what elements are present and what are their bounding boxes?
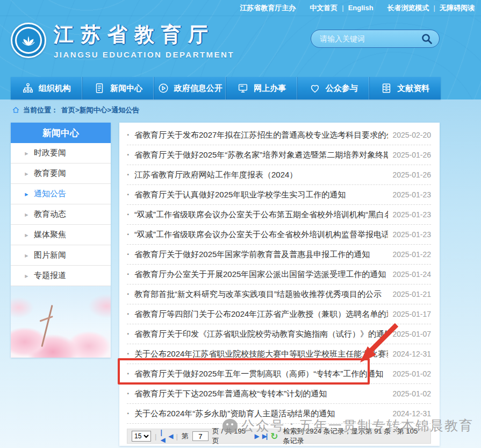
sidebar-item[interactable]: ▶媒体聚焦 [11,225,111,245]
notice-date: 2025-01-17 [388,310,431,318]
notice-date: 2025-01-23 [388,230,431,239]
first-page-button[interactable]: |◀ [160,429,164,444]
org-chart-icon [22,82,34,94]
bullet-dot: · [127,190,134,200]
accessibility-link[interactable]: 无障碍阅读 [440,3,475,13]
nav-item-org-chart[interactable]: 组织机构 [11,77,83,99]
notice-row[interactable]: ·“双减”工作省级联席会议办公室关于公布全省校外培训机构监督举报电话的公...2… [127,225,431,245]
notice-row[interactable]: ·省教育厅关于做好2025年“苏教名家”培养对象遴选暨第二期培养对象终期...2… [127,145,431,165]
next-page-button[interactable]: ▶ [254,432,258,440]
page-suffix-label: 页 / 共 195 页 [212,426,251,446]
triangle-bullet-icon: ▶ [25,151,28,155]
notice-title-link[interactable]: 省教育厅关于做好2025年“苏教名家”培养对象遴选暨第二期培养对象终期... [134,150,388,160]
notice-row[interactable]: ·省教育厅关于印发《江苏省职业院校劳动教育实施指南（试行）》的通知2025-01… [127,324,431,344]
notice-date: 2025-02-20 [388,131,431,139]
sidebar-item-label: 通知公告 [34,189,66,199]
bullet-dot: · [127,289,134,299]
notice-title-link[interactable]: 省教育厅等四部门关于公布2024年江苏省产业教授（兼职）选聘名单的通知 [134,309,388,319]
notice-date: 2025-01-24 [388,270,431,279]
refresh-icon[interactable]: ↻ [270,431,278,442]
triangle-bullet-icon: ▶ [25,171,28,176]
triangle-bullet-icon: ▶ [25,253,28,258]
english-link[interactable]: English [348,4,374,12]
notice-date: 2025-01-26 [388,170,431,179]
search-icon[interactable] [420,32,434,46]
notice-date: 2024-12-31 [388,350,431,358]
bullet-dot: · [127,130,134,140]
nav-item-label: 公众参与 [326,83,358,94]
breadcrumb-path[interactable]: 首页>新闻中心>通知公告 [61,105,139,115]
elder-mode-link[interactable]: 长者浏览模式 [387,3,429,13]
notice-title-link[interactable]: 省教育厅关于做好2025年国家学前教育普及普惠县申报工作的通知 [134,250,388,260]
breadcrumb: 当前位置： 首页>新闻中心>通知公告 [12,105,139,115]
site-logo[interactable]: 江苏省教育厅 JIANGSU EDUCATION DEPARTMENT [11,22,234,59]
bullet-dot: · [127,389,134,399]
sidebar-item-label: 专题报道 [34,271,66,281]
notice-row[interactable]: ·省教育厅关于认真做好2025年职业学校学生实习工作的通知2025-01-23 [127,185,431,205]
notice-date: 2025-01-26 [388,151,431,159]
sidebar-item-label: 时政要闻 [34,148,66,158]
prev-page-button[interactable]: ◀ [168,432,172,440]
breadcrumb-prefix: 当前位置： [23,105,58,115]
site-title: 江苏省教育厅 [54,22,234,48]
notice-title-link[interactable]: 教育部首批“新文科研究与改革实践项目”结题验收推荐优秀项目的公示 [134,289,388,300]
notice-title-link[interactable]: 省教育厅关于发布2027年拟在江苏招生的普通高校专业选考科目要求的公告 [134,130,388,140]
notice-title-link[interactable]: 关于公布2024年“苏乡永助”资助育人主题活动结果的通知 [134,409,388,419]
sidebar-item[interactable]: ▶时政要闻 [11,143,111,163]
sidebar-item[interactable]: ▶专题报道 [11,266,111,286]
nav-item-info-disclosure[interactable]: 政府信息公开 [154,77,226,99]
notice-date: 2025-01-21 [388,290,431,298]
nav-item-news-doc[interactable]: 新闻中心 [83,77,155,99]
notice-row[interactable]: ·省教育厅关于下达2025年普通高校“专转本”计划的通知2025-01-02 [127,384,431,404]
notice-row[interactable]: ·关于公布2024年江苏省职业院校技能大赛中等职业学校班主任能力比赛获奖2024… [127,344,431,364]
notice-row[interactable]: ·江苏省教育厅政府网站工作年度报表（2024）2025-01-26 [127,165,431,185]
page-size-select[interactable]: 15 [132,431,151,442]
nav-item-archive[interactable]: 文献资料 [370,77,441,99]
monitor-icon [237,82,249,94]
notice-title-link[interactable]: “双减”工作省级联席会议办公室关于公布全省校外培训机构监督举报电话的公... [134,230,388,240]
search-input[interactable] [320,34,420,43]
sidebar-item[interactable]: ▶教育动态 [11,204,111,225]
sidebar-item[interactable]: ▶图片新闻 [11,245,111,266]
notice-row[interactable]: ·“双减”工作省级联席会议办公室关于公布第五期全省校外培训机构“黑白名单...2… [127,205,431,225]
nav-item-heart[interactable]: 公众参与 [298,77,370,99]
notice-row[interactable]: ·省教育厅办公室关于开展2025年国家公派出国留学选派受理工作的通知2025-0… [127,265,431,285]
triangle-bullet-icon: ▶ [25,273,28,278]
nav-item-monitor[interactable]: 网上办事 [226,77,298,99]
sidebar-item-active[interactable]: ▶通知公告 [11,184,111,204]
separator: | [342,4,343,12]
sidebar-item[interactable]: ▶教育要闻 [11,163,111,184]
notice-title-link[interactable]: 省教育厅关于认真做好2025年职业学校学生实习工作的通知 [134,190,388,200]
bullet-dot: · [127,369,134,379]
notice-title-link[interactable]: 省教育厅关于下达2025年普通高校“专转本”计划的通知 [134,389,388,399]
notice-title-link[interactable]: 省教育厅关于做好2025年五年一贯制高职（高师）“专转本”工作的通知 [134,369,388,379]
magnolia-flowers-image [11,286,111,358]
notice-title-link[interactable]: 关于公布2024年江苏省职业院校技能大赛中等职业学校班主任能力比赛获奖 [134,349,388,359]
page-number-input[interactable] [192,431,209,441]
notice-row[interactable]: ·省教育厅关于做好2025年国家学前教育普及普惠县申报工作的通知2025-01-… [127,245,431,265]
notice-title-link[interactable]: 江苏省教育厅政府网站工作年度报表（2024） [134,170,388,180]
chinese-home-link[interactable]: 中文首页 [310,3,338,13]
notice-title-link[interactable]: “双减”工作省级联席会议办公室关于公布第五期全省校外培训机构“黑白名单... [134,210,388,220]
logo-badge-icon [11,23,46,58]
divider: | [176,432,177,440]
notice-row[interactable]: ·教育部首批“新文科研究与改革实践项目”结题验收推荐优秀项目的公示2025-01… [127,285,431,304]
notice-row-highlighted[interactable]: ·省教育厅关于做好2025年五年一贯制高职（高师）“专转本”工作的通知2025-… [127,364,431,384]
notice-date: 2025-01-23 [388,210,431,219]
notice-row[interactable]: ·关于公布2024年“苏乡永助”资助育人主题活动结果的通知2024-12-31 [127,404,431,424]
notice-title-link[interactable]: 省教育厅关于印发《江苏省职业院校劳动教育实施指南（试行）》的通知 [134,329,388,339]
notice-date: 2025-01-23 [388,190,431,199]
notice-row[interactable]: ·省教育厅等四部门关于公布2024年江苏省产业教授（兼职）选聘名单的通知2025… [127,304,431,324]
separator: | [434,4,435,12]
host-link[interactable]: 江苏省教育厅主办 [240,3,296,13]
bullet-dot: · [127,250,134,259]
bullet-dot: · [127,210,134,219]
bullet-dot: · [127,409,134,418]
notice-date: 2024-12-31 [388,409,431,418]
sidebar-item-label: 教育要闻 [34,168,66,179]
notice-title-link[interactable]: 省教育厅办公室关于开展2025年国家公派出国留学选派受理工作的通知 [134,269,388,280]
notice-rows: ·省教育厅关于发布2027年拟在江苏招生的普通高校专业选考科目要求的公告2025… [127,125,431,424]
last-page-button[interactable]: ▶| [262,432,267,440]
notice-row[interactable]: ·省教育厅关于发布2027年拟在江苏招生的普通高校专业选考科目要求的公告2025… [127,125,431,145]
sidebar-items: ▶时政要闻▶教育要闻▶通知公告▶教育动态▶媒体聚焦▶图片新闻▶专题报道 [11,143,111,286]
